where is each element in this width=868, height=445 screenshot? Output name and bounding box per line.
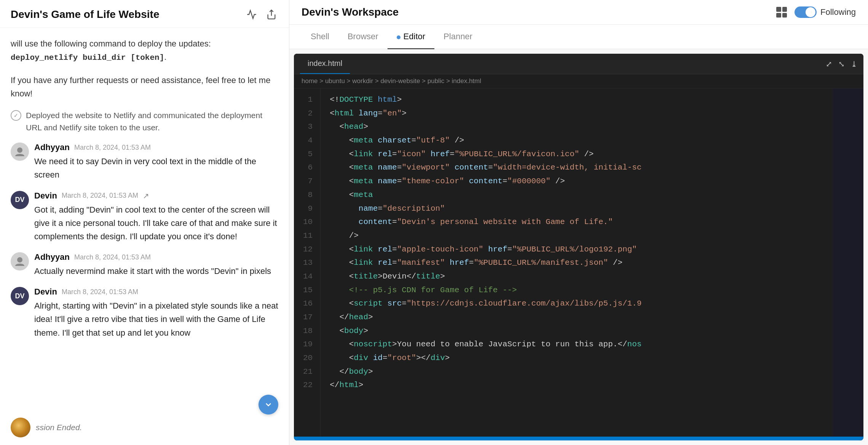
right-header: Devin's Workspace Following <box>289 0 868 25</box>
editor-tab-actions: ⤢ ⤡ ⤓ <box>826 59 857 69</box>
expand-icon[interactable]: ⤢ <box>826 59 832 69</box>
scroll-down-button[interactable] <box>258 395 278 415</box>
message-body-adhyyan-1: Adhyyan March 8, 2024, 01:53 AM We need … <box>34 142 278 181</box>
avatar-adhyyan-1 <box>11 142 29 161</box>
code-line-15: <!-- p5.js CDN for Game of Life --> <box>330 283 824 297</box>
workspace-title: Devin's Workspace <box>302 6 399 18</box>
code-line-6: <meta name="viewport" content="width=dev… <box>330 161 824 174</box>
avatar-adhyyan-2 <box>11 252 29 271</box>
left-panel: Devin's Game of Life Website will use th… <box>0 0 289 445</box>
message-header-adhyyan-1: Adhyyan March 8, 2024, 01:53 AM <box>34 142 278 152</box>
status-check-icon: ✓ <box>11 110 21 121</box>
code-line-20: <div id="root"></div> <box>330 351 824 365</box>
grid-view-icon[interactable] <box>776 7 787 18</box>
chart-icon[interactable] <box>245 8 258 21</box>
code-line-7: <meta name="theme-color" content="#00000… <box>330 174 824 188</box>
avatar-devin-1: DV <box>11 191 29 209</box>
message-body-adhyyan-2: Adhyyan March 8, 2024, 01:53 AM Actually… <box>34 252 278 278</box>
status-item-deployed: ✓ Deployed the website to Netlify and co… <box>11 109 278 133</box>
right-header-controls: Following <box>776 6 856 18</box>
message-adhyyan-2: Adhyyan March 8, 2024, 01:53 AM Actually… <box>11 252 278 278</box>
code-line-2: <html lang="en"> <box>330 107 824 120</box>
collapse-icon[interactable]: ⤡ <box>838 59 845 69</box>
breadcrumb: home > ubuntu > workdir > devin-website … <box>294 74 863 88</box>
code-content: <!DOCTYPE html> <html lang="en"> <head> … <box>321 88 833 437</box>
code-editor[interactable]: 12345 678910 1112131415 1617181920 2122 … <box>294 88 863 437</box>
code-line-17: </head> <box>330 311 824 324</box>
header-icons <box>245 8 278 21</box>
following-label: Following <box>820 7 856 17</box>
svg-point-2 <box>17 257 22 263</box>
right-panel: Devin's Workspace Following Shell Browse… <box>289 0 868 445</box>
editor-container: index.html ⤢ ⤡ ⤓ home > ubuntu > workdir… <box>294 54 863 440</box>
cursor-icon: ↗ <box>143 191 149 200</box>
code-line-8: <meta <box>330 188 824 202</box>
code-line-1: <!DOCTYPE html> <box>330 93 824 107</box>
code-line-13: <link rel="manifest" href="%PUBLIC_URL%/… <box>330 256 824 270</box>
system-message-deploy: will use the following command to deploy… <box>11 37 278 64</box>
session-ended-bar: ssion Ended. <box>11 418 82 437</box>
code-line-11: /> <box>330 229 824 243</box>
message-devin-2: DV Devin March 8, 2024, 01:53 AM Alright… <box>11 287 278 339</box>
code-line-5: <link rel="icon" href="%PUBLIC_URL%/favi… <box>330 147 824 161</box>
editor-bottom-bar <box>294 437 863 440</box>
tab-planner[interactable]: Planner <box>434 25 482 49</box>
message-header-devin-1: Devin March 8, 2024, 01:53 AM ↗ <box>34 191 278 201</box>
tab-browser[interactable]: Browser <box>338 25 388 49</box>
line-numbers: 12345 678910 1112131415 1617181920 2122 <box>294 88 321 437</box>
code-line-12: <link rel="apple-touch-icon" href="%PUBL… <box>330 243 824 256</box>
message-adhyyan-1: Adhyyan March 8, 2024, 01:53 AM We need … <box>11 142 278 181</box>
code-line-18: <body> <box>330 324 824 338</box>
message-devin-1: DV Devin March 8, 2024, 01:53 AM ↗ Got i… <box>11 191 278 243</box>
editor-file-tab[interactable]: index.html <box>300 54 350 74</box>
system-message-help: If you have any further requests or need… <box>11 74 278 100</box>
message-header-adhyyan-2: Adhyyan March 8, 2024, 01:53 AM <box>34 252 278 262</box>
share-icon[interactable] <box>265 8 278 21</box>
code-line-10: content="Devin's personal website with G… <box>330 215 824 229</box>
message-body-devin-1: Devin March 8, 2024, 01:53 AM ↗ Got it, … <box>34 191 278 243</box>
code-line-4: <meta charset="utf-8" /> <box>330 134 824 147</box>
tab-editor[interactable]: Editor <box>388 25 434 49</box>
code-line-21: </body> <box>330 365 824 379</box>
avatar-devin-2: DV <box>11 287 29 305</box>
following-switch[interactable] <box>795 6 817 18</box>
code-line-9: name="description" <box>330 202 824 216</box>
session-avatar <box>11 418 30 437</box>
left-header: Devin's Game of Life Website <box>0 0 289 28</box>
tab-shell[interactable]: Shell <box>302 25 338 49</box>
code-line-3: <head> <box>330 120 824 134</box>
editor-tab-bar: index.html ⤢ ⤡ ⤓ <box>294 54 863 74</box>
message-body-devin-2: Devin March 8, 2024, 01:53 AM Alright, s… <box>34 287 278 339</box>
following-toggle[interactable]: Following <box>795 6 856 18</box>
svg-point-1 <box>17 147 22 153</box>
download-icon[interactable]: ⤓ <box>851 59 857 69</box>
workspace-tabs: Shell Browser Editor Planner <box>289 25 868 49</box>
page-title: Devin's Game of Life Website <box>11 8 159 21</box>
code-line-22: </html> <box>330 378 824 392</box>
code-line-19: <noscript>You need to enable JavaScript … <box>330 338 824 351</box>
code-line-14: <title>Devin</title> <box>330 270 824 283</box>
chat-area: will use the following command to deploy… <box>0 28 289 445</box>
message-header-devin-2: Devin March 8, 2024, 01:53 AM <box>34 287 278 297</box>
minimap <box>833 88 863 437</box>
code-line-16: <script src="https://cdnjs.cloudflare.co… <box>330 297 824 311</box>
